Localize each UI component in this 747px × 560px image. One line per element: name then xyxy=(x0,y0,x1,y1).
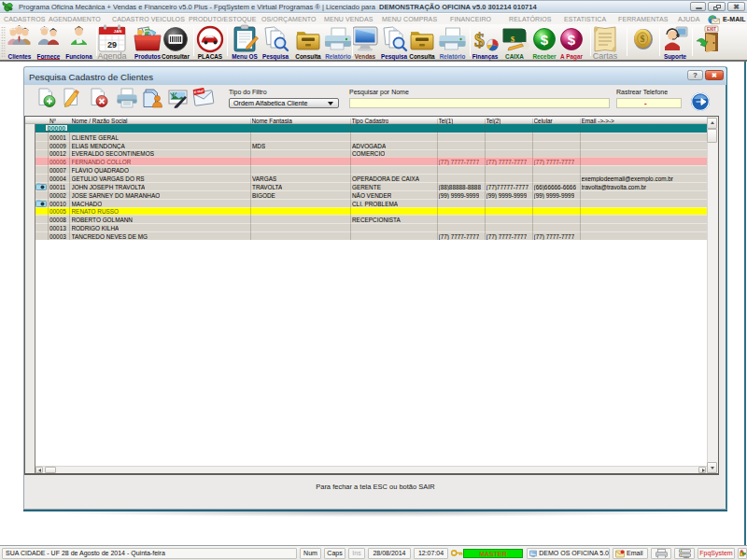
svg-text:EXIT: EXIT xyxy=(707,27,716,32)
svg-text:$: $ xyxy=(641,34,645,44)
svg-text:$: $ xyxy=(511,35,515,44)
svg-text:$: $ xyxy=(568,32,576,48)
svg-text:$: $ xyxy=(541,32,549,48)
svg-text:$: $ xyxy=(474,28,485,51)
svg-text:29: 29 xyxy=(107,40,117,49)
svg-text:JAN: JAN xyxy=(114,29,121,34)
